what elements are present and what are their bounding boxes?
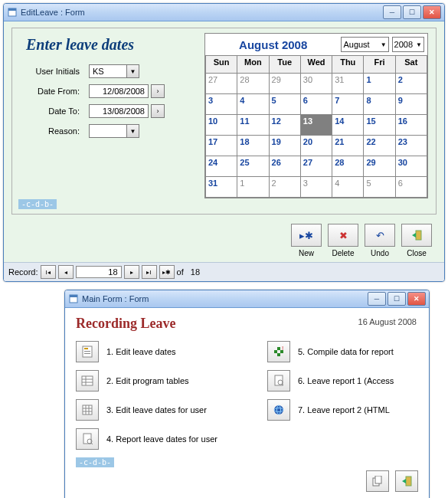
calendar-day[interactable]: 20 (300, 136, 332, 156)
editleave-window: EditLeave : Form ─ ☐ ✕ Enter leave dates… (3, 3, 445, 282)
calendar-day[interactable]: 26 (269, 156, 300, 177)
last-record-button[interactable]: ▸I (142, 265, 157, 279)
calendar-day[interactable]: 4 (237, 94, 269, 115)
delete-label: Delete (332, 249, 355, 257)
user-initials-label: User Initials (18, 67, 80, 76)
record-of-label: of (177, 267, 184, 277)
reason-dropdown[interactable]: ▼ (127, 124, 139, 138)
svg-rect-13 (83, 405, 92, 414)
year-select[interactable]: 2008 ▼ (392, 37, 424, 52)
form-icon[interactable] (76, 341, 99, 362)
menu-item-label: 4. Report leave dates for user (106, 434, 217, 444)
date-to-input[interactable] (89, 104, 149, 118)
calendar-day[interactable]: 31 (332, 74, 364, 94)
new-button[interactable]: ▸✱ (291, 224, 322, 247)
calendar-day[interactable]: 31 (206, 177, 237, 198)
grid-icon[interactable] (76, 399, 99, 421)
calendar-day[interactable]: 15 (364, 115, 395, 136)
maximize-button[interactable]: ☐ (403, 5, 421, 19)
menu-item-label: 5. Compile data for report (298, 347, 394, 356)
report-icon[interactable] (76, 428, 99, 450)
calendar-day[interactable]: 8 (364, 94, 395, 115)
calendar-day[interactable]: 3 (206, 94, 237, 115)
menu-item: 7. Leave report 2 (HTML (267, 399, 394, 421)
date-to-picker-button[interactable]: › (151, 104, 165, 118)
calendar-day[interactable]: 7 (332, 94, 364, 115)
close-button[interactable]: ✕ (423, 5, 441, 19)
record-total: 18 (191, 267, 200, 277)
calendar-day[interactable]: 13 (300, 115, 332, 136)
calendar-day[interactable]: 17 (206, 136, 237, 156)
calendar-day[interactable]: 24 (206, 156, 237, 177)
globe-icon[interactable] (267, 399, 290, 421)
user-initials-input[interactable] (89, 64, 127, 78)
close-button[interactable]: ✕ (407, 292, 426, 306)
minimize-button[interactable]: ─ (383, 5, 401, 19)
calendar-day[interactable]: 6 (395, 177, 427, 198)
prev-record-button[interactable]: ◂ (58, 265, 74, 279)
titlebar[interactable]: EditLeave : Form ─ ☐ ✕ (4, 4, 444, 21)
calendar-day[interactable]: 3 (300, 177, 332, 198)
first-record-button[interactable]: I◂ (41, 265, 56, 279)
svg-rect-1 (8, 8, 16, 11)
minimize-button[interactable]: ─ (368, 292, 386, 306)
calendar-day[interactable]: 4 (332, 177, 364, 198)
calendar-day[interactable]: 27 (300, 156, 332, 177)
calendar-day[interactable]: 9 (395, 94, 427, 115)
date-from-picker-button[interactable]: › (151, 84, 165, 98)
calendar-day[interactable]: 21 (332, 136, 364, 156)
calendar-weekday: Thu (332, 56, 364, 74)
calendar-day[interactable]: 1 (237, 177, 269, 198)
calendar-day[interactable]: 11 (237, 115, 269, 136)
calendar-day[interactable]: 23 (395, 136, 427, 156)
menu-item: 4. Report leave dates for user (76, 428, 244, 450)
calendar-day[interactable]: 5 (364, 177, 395, 198)
calendar-day[interactable]: 29 (364, 156, 395, 177)
date-from-input[interactable] (89, 84, 149, 98)
maximize-button[interactable]: ☐ (388, 292, 406, 306)
calendar-day[interactable]: 29 (269, 74, 300, 94)
calendar-day[interactable]: 28 (237, 74, 269, 94)
calendar-day[interactable]: 14 (332, 115, 364, 136)
calendar-day[interactable]: 5 (269, 94, 300, 115)
calendar-day[interactable]: 28 (332, 156, 364, 177)
calendar-day[interactable]: 1 (364, 74, 395, 94)
month-select[interactable]: August ▼ (341, 37, 388, 52)
calendar-day[interactable]: 27 (206, 74, 237, 94)
reason-input[interactable] (89, 124, 127, 138)
svg-rect-21 (277, 347, 280, 350)
user-initials-dropdown[interactable]: ▼ (127, 64, 139, 78)
compile-icon[interactable]: ! (267, 341, 290, 362)
calendar-day[interactable]: 10 (206, 115, 237, 136)
next-record-button[interactable]: ▸ (124, 265, 139, 279)
calendar-weekday: Tue (269, 56, 300, 74)
calendar-day[interactable]: 2 (269, 177, 300, 198)
copy-button[interactable] (366, 470, 389, 492)
undo-button[interactable]: ↶ (365, 224, 395, 247)
calendar-day[interactable]: 2 (395, 74, 427, 94)
calendar-day[interactable]: 19 (269, 136, 300, 156)
exit-button[interactable] (395, 470, 418, 492)
table-icon[interactable] (76, 370, 99, 392)
record-number-input[interactable] (76, 266, 122, 278)
calendar-day[interactable]: 25 (237, 156, 269, 177)
new-record-button[interactable]: ▸✱ (159, 265, 175, 279)
record-navigator: Record: I◂ ◂ ▸ ▸I ▸✱ of 18 (4, 262, 444, 281)
menu-item-label: 2. Edit program tables (106, 376, 189, 385)
form-icon (7, 7, 18, 18)
calendar-day[interactable]: 30 (395, 156, 427, 177)
close-form-button[interactable] (401, 224, 432, 247)
menu-item-label: 1. Edit leave dates (106, 347, 176, 356)
menu-item: 3. Edit leave dates for user (76, 399, 244, 421)
preview-icon[interactable] (267, 370, 290, 392)
calendar-day[interactable]: 18 (237, 136, 269, 156)
calendar-day[interactable]: 30 (300, 74, 332, 94)
titlebar[interactable]: Main Form : Form ─ ☐ ✕ (65, 290, 429, 308)
calendar-day[interactable]: 12 (269, 115, 300, 136)
delete-button[interactable]: ✖ (328, 224, 358, 247)
calendar-day[interactable]: 6 (300, 94, 332, 115)
menu-item-label: 6. Leave report 1 (Access (298, 376, 394, 385)
window-title: Main Form : Form (82, 294, 368, 303)
calendar-day[interactable]: 22 (364, 136, 395, 156)
calendar-day[interactable]: 16 (395, 115, 427, 136)
